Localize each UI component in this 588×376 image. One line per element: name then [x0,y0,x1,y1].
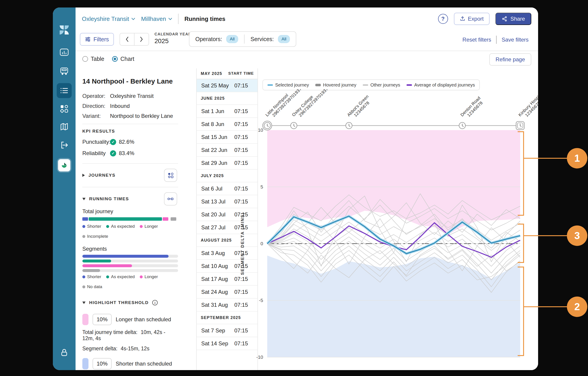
shorter-threshold-band [267,256,520,357]
station-marker-stop [291,122,297,129]
operators-value-pill: All [226,35,238,43]
legend-label: Other journeys [370,82,400,88]
shorter-threshold-input[interactable]: 10% [93,358,112,369]
sidebar-item-logout[interactable] [59,141,69,150]
route-info-panel: 14 Northpool - Berkley Lane Operator: Ox… [79,68,178,370]
legend-label: As expected [111,224,135,229]
other-journey-line [267,200,520,244]
annotation-bracket-3 [518,224,524,263]
filters-summary-divider [244,34,244,44]
annotation-connector-2 [524,306,567,307]
journey-row[interactable]: Sat 22 Jun07:15 [197,144,257,157]
station-name: Abbot's Green [346,94,369,117]
share-button[interactable]: Share [495,13,531,25]
date-list-month-row: JUNE 2025 [197,92,257,105]
save-filters-link[interactable]: Save filters [502,37,529,43]
journey-row[interactable]: Sat 6 Jul07:15 [197,182,257,195]
journey-row[interactable]: Sat 1 Jun07:15 [197,105,257,118]
journey-row[interactable]: Sat 17 Aug07:15 [197,273,257,286]
journey-row[interactable]: Sat 7 Sep07:15 [197,324,257,337]
chevron-left-icon [125,36,129,42]
sidebar-item-analytics[interactable] [59,48,69,57]
journeys-section-header[interactable]: JOURNEYS [82,168,178,182]
active-filters-summary[interactable]: Operators: All Services: All [189,31,296,47]
next-period-button[interactable] [135,33,149,45]
station-marker-origin [263,121,272,130]
longer-threshold-band [267,130,520,234]
legend-label: Shorter [87,274,101,279]
journey-start-time: 07:15 [234,199,248,205]
operator-value: Oxleyshire Transit [110,93,154,99]
segment-bar-track [82,269,178,272]
journey-row[interactable]: Sat 31 Aug07:15 [197,299,257,311]
segment-bar-track [82,255,178,258]
total-journey-label: Total journey [82,208,178,215]
total-journey-legend: ShorterAs expectedLongerIncomplete [82,224,178,239]
journey-date: Sat 8 Jun [201,121,234,127]
legend-swatch [82,276,85,278]
sidebar-item-route-list-active[interactable] [57,83,72,98]
legend-item: Longer [140,224,158,229]
journey-date: Sat 24 Aug [201,289,234,295]
topbar: Oxleyshire Transit Millhaven Running tim… [75,8,538,30]
sidebar-item-journeys[interactable] [59,104,69,113]
breadcrumb-area-label: Millhaven [141,15,166,22]
running-times-section-header[interactable]: RUNNING TIMES [82,192,178,206]
journey-row[interactable]: Sat 3 Aug07:15 [197,247,257,260]
longer-threshold-swatch [82,314,88,325]
journey-row[interactable]: Sat 8 Jun07:15 [197,118,257,131]
info-icon[interactable]: i [152,300,158,305]
filters-button[interactable]: Filters [80,33,114,46]
breadcrumb-area[interactable]: Millhaven [141,15,172,22]
journey-row[interactable]: Sat 14 Sep07:15 [197,337,257,350]
running-times-chart[interactable]: 1050-5-10Little Northpool296739273970193… [237,89,538,362]
other-journey-line [267,194,520,266]
longer-threshold-input[interactable]: 10% [93,314,112,325]
legend-item: No data [82,284,102,289]
y-tick-label: 10 [258,127,263,133]
journey-row[interactable]: Sat 10 Aug07:15 [197,260,257,273]
journey-row-selected[interactable]: Sat 25 May07:15 [197,79,257,92]
journeys-display-mode-button[interactable] [164,169,177,182]
journey-row[interactable]: Sat 13 Jul07:15 [197,195,257,208]
reliability-label: Reliability [82,150,110,156]
journey-row[interactable]: Sat 15 Jun07:15 [197,131,257,144]
selected-journey-halo [267,216,520,254]
highlight-threshold-header[interactable]: HIGHLIGHT THRESHOLD i [82,296,178,310]
journey-row[interactable]: Sat 29 Jun07:15 [197,157,257,170]
sidebar-item-map[interactable] [59,122,69,131]
shapes-icon [59,104,69,113]
other-journey-line [267,244,520,282]
segment-delta-value: 4s-15m, 12s [121,346,149,352]
table-view-radio[interactable]: Table [82,56,104,62]
reset-filters-link[interactable]: Reset filters [462,37,491,43]
export-button[interactable]: Export [454,13,490,25]
punctuality-value: 82.6% [119,139,134,145]
divider [82,163,178,164]
export-label: Export [468,16,484,22]
journey-row[interactable]: Sat 27 Jul07:15 [197,221,257,234]
refine-page-button[interactable]: Refine page [489,53,531,66]
app-logo [59,24,70,35]
date-list-header: MAY 2025 START TIME [197,68,257,79]
other-journey-line [267,199,520,244]
legend-item: As expected [106,274,135,279]
other-journey-line [267,222,520,250]
radio-unselected-icon [82,56,88,62]
previous-period-button[interactable] [120,33,135,45]
legend-item: As expected [106,224,135,229]
sidebar-item-app-badge[interactable] [58,159,70,171]
journey-row[interactable]: Sat 24 Aug07:15 [197,286,257,299]
journey-row[interactable]: Sat 20 Jul07:15 [197,208,257,221]
chart-view-radio[interactable]: Chart [112,56,134,62]
running-times-display-mode-button[interactable] [164,192,177,206]
legend-swatch [140,225,143,228]
annotation-connector-3 [524,235,567,236]
legend-label: As expected [111,274,135,279]
sidebar-item-vehicles[interactable] [59,66,69,75]
help-button[interactable]: ? [438,14,448,24]
sidebar-item-lock[interactable] [59,348,69,357]
station-label: Oxley College2967392739701937680 [291,89,334,121]
divider [82,124,178,124]
breadcrumb-operator[interactable]: Oxleyshire Transit [82,15,135,22]
